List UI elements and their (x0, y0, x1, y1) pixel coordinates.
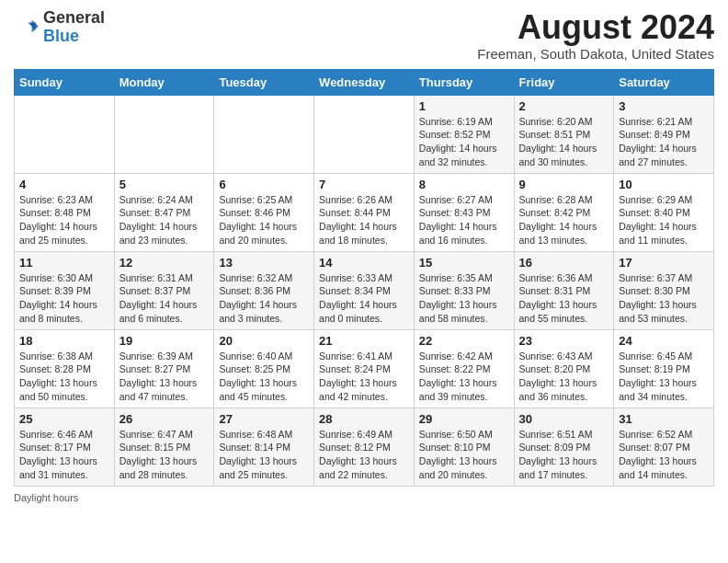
calendar-week-row: 18Sunrise: 6:38 AM Sunset: 8:28 PM Dayli… (15, 329, 714, 408)
day-number: 27 (219, 412, 309, 426)
calendar-cell: 20Sunrise: 6:40 AM Sunset: 8:25 PM Dayli… (214, 329, 314, 408)
cell-sunrise-sunset-text: Sunrise: 6:35 AM Sunset: 8:33 PM Dayligh… (419, 271, 509, 326)
day-number: 20 (219, 334, 309, 348)
calendar-cell: 6Sunrise: 6:25 AM Sunset: 8:46 PM Daylig… (214, 173, 314, 251)
calendar-cell: 24Sunrise: 6:45 AM Sunset: 8:19 PM Dayli… (614, 329, 714, 408)
day-number: 22 (419, 334, 509, 348)
calendar-day-header: Saturday (614, 69, 714, 95)
day-number: 6 (219, 178, 309, 191)
day-number: 3 (619, 99, 709, 113)
cell-sunrise-sunset-text: Sunrise: 6:30 AM Sunset: 8:39 PM Dayligh… (19, 271, 109, 326)
logo-text: General Blue (43, 9, 105, 46)
calendar-cell: 12Sunrise: 6:31 AM Sunset: 8:37 PM Dayli… (114, 251, 214, 329)
calendar-header-row: SundayMondayTuesdayWednesdayThursdayFrid… (15, 69, 714, 95)
location-subtitle: Freeman, South Dakota, United States (477, 46, 714, 62)
title-block: August 2024 Freeman, South Dakota, Unite… (477, 9, 714, 62)
calendar-cell: 13Sunrise: 6:32 AM Sunset: 8:36 PM Dayli… (214, 251, 314, 329)
cell-sunrise-sunset-text: Sunrise: 6:49 AM Sunset: 8:12 PM Dayligh… (319, 428, 409, 482)
calendar-cell: 28Sunrise: 6:49 AM Sunset: 8:12 PM Dayli… (314, 408, 415, 486)
cell-sunrise-sunset-text: Sunrise: 6:24 AM Sunset: 8:47 PM Dayligh… (119, 193, 210, 247)
calendar-cell: 30Sunrise: 6:51 AM Sunset: 8:09 PM Dayli… (514, 408, 614, 486)
day-number: 12 (119, 256, 210, 270)
cell-sunrise-sunset-text: Sunrise: 6:51 AM Sunset: 8:09 PM Dayligh… (519, 428, 609, 482)
calendar-cell: 7Sunrise: 6:26 AM Sunset: 8:44 PM Daylig… (314, 173, 415, 251)
calendar-cell: 29Sunrise: 6:50 AM Sunset: 8:10 PM Dayli… (414, 408, 514, 486)
page-header: General Blue August 2024 Freeman, South … (14, 9, 714, 62)
calendar-cell: 4Sunrise: 6:23 AM Sunset: 8:48 PM Daylig… (15, 173, 115, 251)
day-number: 5 (119, 178, 210, 191)
day-number: 9 (519, 178, 609, 191)
calendar-cell: 15Sunrise: 6:35 AM Sunset: 8:33 PM Dayli… (414, 251, 514, 329)
calendar-cell: 31Sunrise: 6:52 AM Sunset: 8:07 PM Dayli… (614, 408, 714, 486)
day-number: 10 (619, 178, 709, 191)
day-number: 21 (319, 334, 409, 348)
calendar-cell: 21Sunrise: 6:41 AM Sunset: 8:24 PM Dayli… (314, 329, 415, 408)
day-number: 11 (19, 256, 109, 270)
cell-sunrise-sunset-text: Sunrise: 6:23 AM Sunset: 8:48 PM Dayligh… (19, 193, 109, 247)
cell-sunrise-sunset-text: Sunrise: 6:31 AM Sunset: 8:37 PM Dayligh… (119, 271, 210, 326)
calendar-cell: 3Sunrise: 6:21 AM Sunset: 8:49 PM Daylig… (614, 95, 714, 173)
day-number: 23 (519, 334, 609, 348)
calendar-cell: 23Sunrise: 6:43 AM Sunset: 8:20 PM Dayli… (514, 329, 614, 408)
calendar-day-header: Monday (114, 69, 214, 95)
day-number: 28 (319, 412, 409, 426)
day-number: 18 (19, 334, 109, 348)
month-year-title: August 2024 (477, 9, 714, 46)
day-number: 4 (19, 178, 109, 191)
calendar-cell: 2Sunrise: 6:20 AM Sunset: 8:51 PM Daylig… (514, 95, 614, 173)
cell-sunrise-sunset-text: Sunrise: 6:25 AM Sunset: 8:46 PM Dayligh… (219, 193, 309, 247)
calendar-cell (15, 95, 115, 173)
cell-sunrise-sunset-text: Sunrise: 6:19 AM Sunset: 8:52 PM Dayligh… (419, 115, 509, 169)
cell-sunrise-sunset-text: Sunrise: 6:48 AM Sunset: 8:14 PM Dayligh… (219, 428, 309, 482)
cell-sunrise-sunset-text: Sunrise: 6:38 AM Sunset: 8:28 PM Dayligh… (19, 350, 109, 404)
cell-sunrise-sunset-text: Sunrise: 6:29 AM Sunset: 8:40 PM Dayligh… (619, 193, 709, 247)
day-number: 7 (319, 178, 409, 191)
calendar-cell: 14Sunrise: 6:33 AM Sunset: 8:34 PM Dayli… (314, 251, 415, 329)
day-number: 2 (519, 99, 609, 113)
cell-sunrise-sunset-text: Sunrise: 6:46 AM Sunset: 8:17 PM Dayligh… (19, 428, 109, 482)
cell-sunrise-sunset-text: Sunrise: 6:41 AM Sunset: 8:24 PM Dayligh… (319, 350, 409, 404)
daylight-hours-label: Daylight hours (14, 492, 78, 503)
day-number: 29 (419, 412, 509, 426)
calendar-cell: 8Sunrise: 6:27 AM Sunset: 8:43 PM Daylig… (414, 173, 514, 251)
day-number: 15 (419, 256, 509, 270)
calendar-cell: 5Sunrise: 6:24 AM Sunset: 8:47 PM Daylig… (114, 173, 214, 251)
calendar-cell: 16Sunrise: 6:36 AM Sunset: 8:31 PM Dayli… (514, 251, 614, 329)
calendar-cell: 10Sunrise: 6:29 AM Sunset: 8:40 PM Dayli… (614, 173, 714, 251)
cell-sunrise-sunset-text: Sunrise: 6:45 AM Sunset: 8:19 PM Dayligh… (619, 350, 709, 404)
day-number: 30 (519, 412, 609, 426)
calendar-cell: 25Sunrise: 6:46 AM Sunset: 8:17 PM Dayli… (15, 408, 115, 486)
calendar-day-header: Thursday (414, 69, 514, 95)
cell-sunrise-sunset-text: Sunrise: 6:28 AM Sunset: 8:42 PM Dayligh… (519, 193, 609, 247)
calendar-cell: 17Sunrise: 6:37 AM Sunset: 8:30 PM Dayli… (614, 251, 714, 329)
cell-sunrise-sunset-text: Sunrise: 6:36 AM Sunset: 8:31 PM Dayligh… (519, 271, 609, 326)
calendar-cell (314, 95, 415, 173)
cell-sunrise-sunset-text: Sunrise: 6:21 AM Sunset: 8:49 PM Dayligh… (619, 115, 709, 169)
calendar-cell: 22Sunrise: 6:42 AM Sunset: 8:22 PM Dayli… (414, 329, 514, 408)
calendar-cell (214, 95, 314, 173)
cell-sunrise-sunset-text: Sunrise: 6:42 AM Sunset: 8:22 PM Dayligh… (419, 350, 509, 404)
calendar-cell: 9Sunrise: 6:28 AM Sunset: 8:42 PM Daylig… (514, 173, 614, 251)
calendar-day-header: Friday (514, 69, 614, 95)
cell-sunrise-sunset-text: Sunrise: 6:27 AM Sunset: 8:43 PM Dayligh… (419, 193, 509, 247)
calendar-day-header: Sunday (15, 69, 115, 95)
cell-sunrise-sunset-text: Sunrise: 6:47 AM Sunset: 8:15 PM Dayligh… (119, 428, 210, 482)
logo-icon (14, 15, 40, 40)
cell-sunrise-sunset-text: Sunrise: 6:39 AM Sunset: 8:27 PM Dayligh… (119, 350, 210, 404)
calendar-table: SundayMondayTuesdayWednesdayThursdayFrid… (14, 69, 714, 487)
day-number: 19 (119, 334, 210, 348)
cell-sunrise-sunset-text: Sunrise: 6:43 AM Sunset: 8:20 PM Dayligh… (519, 350, 609, 404)
calendar-cell: 27Sunrise: 6:48 AM Sunset: 8:14 PM Dayli… (214, 408, 314, 486)
calendar-week-row: 1Sunrise: 6:19 AM Sunset: 8:52 PM Daylig… (15, 95, 714, 173)
day-number: 25 (19, 412, 109, 426)
calendar-week-row: 25Sunrise: 6:46 AM Sunset: 8:17 PM Dayli… (15, 408, 714, 486)
cell-sunrise-sunset-text: Sunrise: 6:50 AM Sunset: 8:10 PM Dayligh… (419, 428, 509, 482)
calendar-week-row: 4Sunrise: 6:23 AM Sunset: 8:48 PM Daylig… (15, 173, 714, 251)
cell-sunrise-sunset-text: Sunrise: 6:20 AM Sunset: 8:51 PM Dayligh… (519, 115, 609, 169)
cell-sunrise-sunset-text: Sunrise: 6:37 AM Sunset: 8:30 PM Dayligh… (619, 271, 709, 326)
day-number: 1 (419, 99, 509, 113)
calendar-cell: 19Sunrise: 6:39 AM Sunset: 8:27 PM Dayli… (114, 329, 214, 408)
day-number: 13 (219, 256, 309, 270)
calendar-footer: Daylight hours (14, 492, 714, 503)
cell-sunrise-sunset-text: Sunrise: 6:26 AM Sunset: 8:44 PM Dayligh… (319, 193, 409, 247)
